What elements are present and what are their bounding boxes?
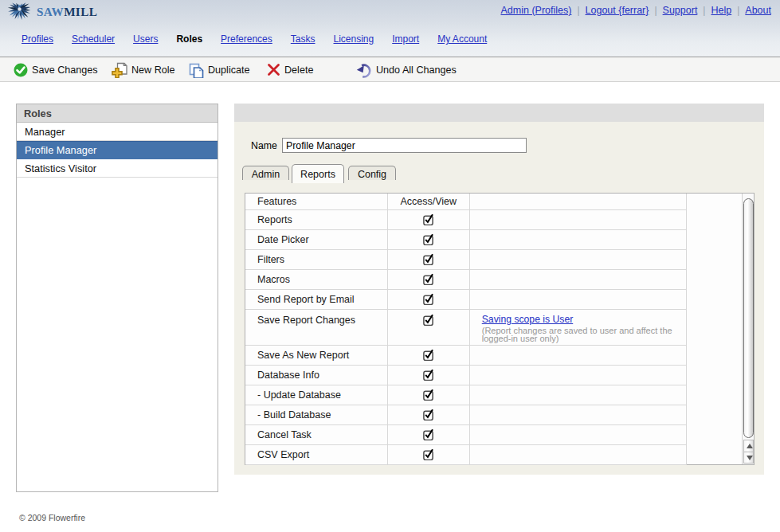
svg-text:SAWMILL: SAWMILL bbox=[37, 5, 97, 18]
